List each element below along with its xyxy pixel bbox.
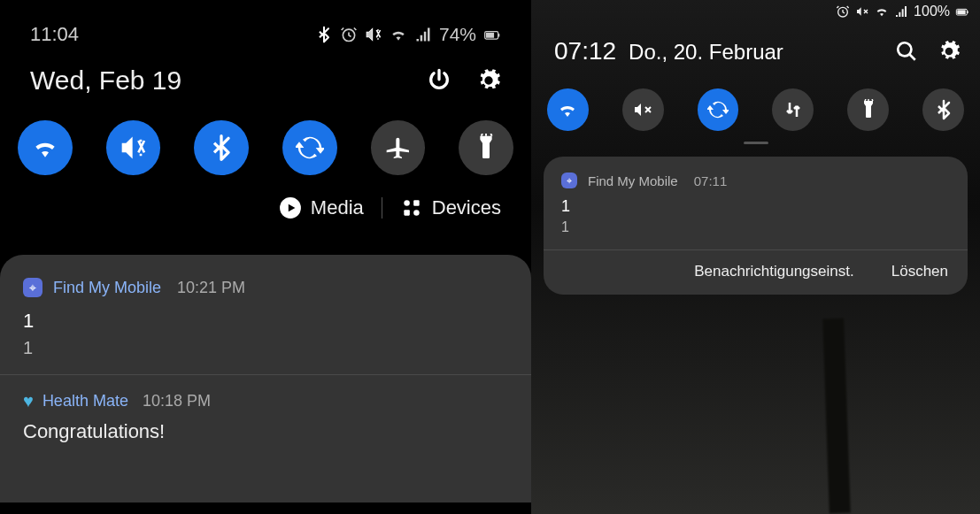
- notification-panel: ⌖ Find My Mobile 10:21 PM 1 1 ♥ Health M…: [0, 255, 531, 502]
- mute-vibrate-icon: [365, 26, 382, 43]
- notification-body: 1: [561, 219, 950, 235]
- status-bar: 11:04 74%: [0, 0, 531, 53]
- header-date[interactable]: Do., 20. Februar: [629, 40, 783, 65]
- wifi-icon: [390, 26, 407, 43]
- media-label: Media: [311, 196, 364, 219]
- notification-body[interactable]: 1: [23, 338, 508, 358]
- screen-right: 100% 07:12 Do., 20. Februar ⌖ Find My Mo…: [531, 0, 980, 514]
- bluetooth-icon: [315, 26, 333, 43]
- qs-flashlight[interactable]: [847, 88, 889, 131]
- mute-vibrate-icon: [120, 134, 148, 162]
- notification-header[interactable]: ⌖ Find My Mobile 10:21 PM: [23, 278, 508, 297]
- qs-bluetooth[interactable]: [194, 120, 249, 175]
- find-my-mobile-icon: ⌖: [23, 278, 42, 297]
- qs-flashlight[interactable]: [459, 120, 513, 175]
- quick-settings-row: [0, 96, 531, 175]
- header-time[interactable]: 07:12: [554, 37, 616, 65]
- qs-wifi[interactable]: [547, 88, 589, 131]
- bluetooth-icon: [933, 99, 954, 120]
- notification-actions: Benachrichtigungseinst. Löschen: [544, 249, 968, 295]
- notification-time: 07:11: [694, 173, 728, 188]
- sync-icon: [707, 99, 729, 120]
- notif-clear-button[interactable]: Löschen: [891, 263, 948, 280]
- search-icon[interactable]: [895, 40, 918, 63]
- qs-sync[interactable]: [282, 120, 337, 175]
- qs-sound[interactable]: [106, 120, 161, 175]
- status-time: 11:04: [30, 23, 79, 46]
- date-row: Wed, Feb 19: [0, 53, 531, 96]
- battery-icon: [483, 26, 501, 43]
- media-button[interactable]: Media: [279, 196, 364, 219]
- media-devices-row: Media Devices: [0, 175, 531, 219]
- flashlight-icon: [858, 99, 879, 120]
- status-icons: 74%: [315, 24, 501, 45]
- power-icon[interactable]: [427, 68, 451, 93]
- gear-icon[interactable]: [938, 40, 961, 63]
- notification-app: Health Mate: [42, 392, 128, 410]
- notification-card[interactable]: ⌖ Find My Mobile 07:11 1 1 Benachrichtig…: [544, 157, 968, 295]
- wifi-icon: [31, 134, 59, 162]
- notification-title[interactable]: 1: [23, 310, 508, 333]
- notification-app: Find My Mobile: [53, 279, 161, 297]
- gear-icon[interactable]: [476, 68, 501, 93]
- qs-mobile-data[interactable]: [772, 88, 814, 131]
- divider: [0, 374, 531, 375]
- header-row: 07:12 Do., 20. Februar: [531, 19, 980, 65]
- qs-sound[interactable]: [622, 88, 664, 131]
- battery-icon: [955, 4, 969, 19]
- battery-percent: 74%: [439, 24, 476, 45]
- wifi-icon: [875, 4, 889, 19]
- qs-bluetooth[interactable]: [922, 88, 964, 131]
- notification-header: ⌖ Find My Mobile 07:11: [561, 173, 950, 188]
- find-my-mobile-icon: ⌖: [561, 173, 577, 188]
- heart-icon: ♥: [23, 391, 34, 411]
- alarm-icon: [340, 26, 358, 43]
- screen-left: 11:04 74% Wed, Feb 19 Media: [0, 0, 531, 514]
- status-bar: 100%: [531, 0, 980, 19]
- notification-time: 10:18 PM: [143, 392, 211, 410]
- flashlight-icon: [472, 134, 500, 162]
- notif-settings-button[interactable]: Benachrichtigungseinst.: [694, 263, 854, 280]
- mute-icon: [855, 4, 869, 19]
- qs-wifi[interactable]: [18, 120, 73, 175]
- divider: [382, 197, 382, 219]
- notification-time: 10:21 PM: [177, 279, 245, 297]
- sync-icon: [296, 134, 324, 162]
- wifi-icon: [557, 99, 578, 120]
- battery-percent: 100%: [914, 4, 950, 19]
- wallpaper-element: [822, 318, 851, 514]
- notification-title[interactable]: Congratulations!: [23, 420, 508, 443]
- devices-icon: [400, 196, 423, 219]
- devices-button[interactable]: Devices: [400, 196, 501, 219]
- expand-handle[interactable]: [744, 142, 768, 144]
- quick-settings-row: [531, 65, 980, 131]
- mute-icon: [632, 99, 653, 120]
- notification-header[interactable]: ♥ Health Mate 10:18 PM: [23, 391, 508, 411]
- signal-icon: [894, 4, 908, 19]
- qs-sync[interactable]: [698, 88, 739, 131]
- alarm-icon: [836, 4, 850, 19]
- signal-icon: [414, 26, 432, 43]
- notification-title: 1: [561, 197, 950, 216]
- date-text[interactable]: Wed, Feb 19: [30, 65, 181, 96]
- airplane-icon: [384, 134, 413, 162]
- notification-app: Find My Mobile: [588, 173, 678, 188]
- qs-airplane[interactable]: [371, 120, 426, 175]
- devices-label: Devices: [432, 196, 501, 219]
- bluetooth-icon: [207, 134, 235, 162]
- data-icon: [783, 99, 804, 120]
- play-icon: [279, 196, 302, 219]
